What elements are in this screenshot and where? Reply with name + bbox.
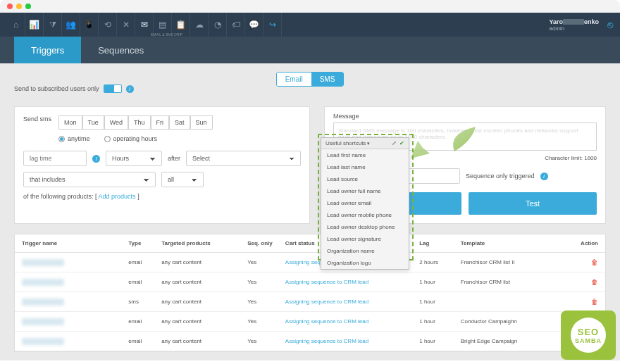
test-button[interactable]: Test (469, 192, 597, 215)
cart-status-link[interactable]: Assigning sequence to CRM lead (285, 318, 368, 325)
trigger-name-blurred (22, 318, 64, 325)
subscribed-label: Send to subscribed users only (14, 85, 99, 92)
dropdown-item[interactable]: Lead owner signature (321, 233, 409, 245)
close-dot[interactable] (7, 4, 13, 9)
top-nav: ⌂ 📊 ⧩ 👥 📱 ⟲ ✕ ✉ ▤ 📋 ☁ ◔ 🏷 💬 ↪ EMAIL & SM… (0, 13, 620, 37)
after-label: after (168, 155, 180, 162)
day-sun[interactable]: Sun (190, 115, 213, 130)
th-action: Action (571, 240, 598, 246)
dropdown-item[interactable]: Lead first name (321, 149, 409, 161)
th-type: Type (128, 240, 161, 246)
max-dot[interactable] (25, 4, 31, 9)
delete-icon[interactable]: 🗑 (591, 298, 598, 306)
trigger-name-blurred (22, 259, 64, 266)
seo-samba-badge: SEO SAMBA (561, 310, 616, 360)
message-label: Message (333, 113, 597, 120)
day-thu[interactable]: Thu (128, 115, 151, 130)
trigger-name-blurred (22, 299, 64, 306)
user-area: Yaroenko admin ⎋ (549, 18, 613, 32)
expand-icon[interactable]: ⤢ (392, 140, 397, 146)
user-role: admin (549, 25, 599, 32)
th-targeted: Targeted products (161, 240, 247, 246)
nav-tools-icon[interactable]: ✕ (117, 13, 135, 37)
content-area: Send to subscribed users only i Email SM… (0, 63, 620, 360)
dropdown-header[interactable]: Useful shortcuts (326, 140, 366, 146)
user-redacted (563, 19, 584, 25)
min-dot[interactable] (16, 4, 22, 9)
day-fri[interactable]: Fri (151, 115, 170, 130)
day-mon[interactable]: Mon (58, 115, 82, 130)
delete-icon[interactable]: 🗑 (591, 278, 598, 286)
logout-icon[interactable]: ⎋ (607, 19, 613, 30)
shortcuts-dropdown: Useful shortcuts ▾ ⤢ ✔ Lead first nameLe… (321, 137, 409, 270)
tab-sequences[interactable]: Sequences (81, 37, 161, 63)
cart-status-link[interactable]: Assigning sequence to CRM lead (285, 338, 368, 344)
trigger-name-blurred (22, 338, 64, 345)
browser-chrome (0, 0, 620, 13)
lag-info-icon[interactable]: i (92, 155, 100, 163)
user-name: Yaro (549, 18, 563, 25)
check-icon[interactable]: ✔ (399, 140, 404, 146)
dropdown-item[interactable]: Lead owner email (321, 197, 409, 209)
nav-arrow-icon[interactable]: ↪ (264, 13, 282, 37)
nav-home-icon[interactable]: ⌂ (7, 13, 25, 37)
triggers-table: Trigger name Type Targeted products Seq.… (14, 234, 606, 352)
nav-phone-icon[interactable]: 📱 (80, 13, 99, 37)
table-row: email any cart content Yes Assigning seq… (15, 253, 605, 272)
nav-stats-icon[interactable]: 📊 (25, 13, 44, 37)
dropdown-item[interactable]: Lead owner full name (321, 185, 409, 197)
dropdown-item[interactable]: Organization name (321, 245, 409, 257)
nav-users-icon[interactable]: 👥 (62, 13, 80, 37)
table-row: email any cart content Yes Assigning seq… (15, 312, 605, 332)
radio-operating[interactable] (104, 136, 111, 142)
send-sms-label: Send sms (23, 115, 58, 135)
radio-anytime[interactable] (58, 136, 65, 142)
tab-triggers[interactable]: Triggers (14, 37, 81, 63)
toggle-sms[interactable]: SMS (311, 73, 344, 86)
send-sms-panel: Send sms MonTueWedThuFriSatSun anytime o… (14, 106, 310, 224)
th-template: Template (461, 240, 571, 246)
nav-pie-icon[interactable]: ◔ (209, 13, 227, 37)
delete-icon[interactable]: 🗑 (591, 258, 598, 266)
following-label: of the following products: [ (23, 193, 99, 200)
dropdown-item[interactable]: Organization logo (321, 257, 409, 269)
add-products-link[interactable]: Add products (99, 193, 136, 200)
nav-filter-icon[interactable]: ⧩ (44, 13, 62, 37)
nav-cloud-icon[interactable]: ☁ (190, 13, 209, 37)
cart-status-link[interactable]: Assigning sequence to CRM lead (285, 279, 368, 285)
toggle-email[interactable]: Email (277, 73, 311, 86)
info-icon[interactable]: i (126, 85, 134, 93)
day-sat[interactable]: Sat (169, 115, 190, 130)
hours-select[interactable]: Hours (106, 151, 162, 166)
nav-tag-icon[interactable]: 🏷 (227, 13, 245, 37)
lag-time-input[interactable] (23, 151, 87, 166)
table-row: email any cart content Yes Assigning seq… (15, 272, 605, 292)
th-lag: Lag (419, 240, 461, 246)
dropdown-item[interactable]: Lead owner mobile phone (321, 209, 409, 221)
nav-share-icon[interactable]: ⟲ (99, 13, 117, 37)
th-seq: Seq. only (247, 240, 285, 246)
subscribed-toggle[interactable] (104, 84, 122, 93)
dropdown-item[interactable]: Lead owner desktop phone (321, 221, 409, 233)
th-name: Trigger name (22, 240, 128, 246)
table-row: email any cart content Yes Assigning seq… (15, 332, 605, 351)
nav-sublabel: EMAIL & SMS DRIP (151, 32, 182, 37)
cart-status-link[interactable]: Assigning sequence to CRM lead (285, 299, 368, 305)
seq-info-icon[interactable]: i (540, 172, 548, 180)
day-wed[interactable]: Wed (104, 115, 128, 130)
all-select[interactable]: all (161, 172, 204, 187)
trigger-name-blurred (22, 279, 64, 286)
email-sms-toggle: Email SMS (276, 72, 345, 87)
after-select[interactable]: Select (186, 151, 301, 166)
table-row: sms any cart content Yes Assigning seque… (15, 292, 605, 312)
seq-label: Sequence only triggered (466, 172, 535, 180)
dropdown-item[interactable]: Lead last name (321, 161, 409, 173)
dropdown-item[interactable]: Lead source (321, 173, 409, 185)
day-tue[interactable]: Tue (82, 115, 104, 130)
includes-select[interactable]: that includes (23, 172, 156, 187)
nav-chat-icon[interactable]: 💬 (245, 13, 264, 37)
main-tabs: Triggers Sequences (0, 37, 620, 63)
